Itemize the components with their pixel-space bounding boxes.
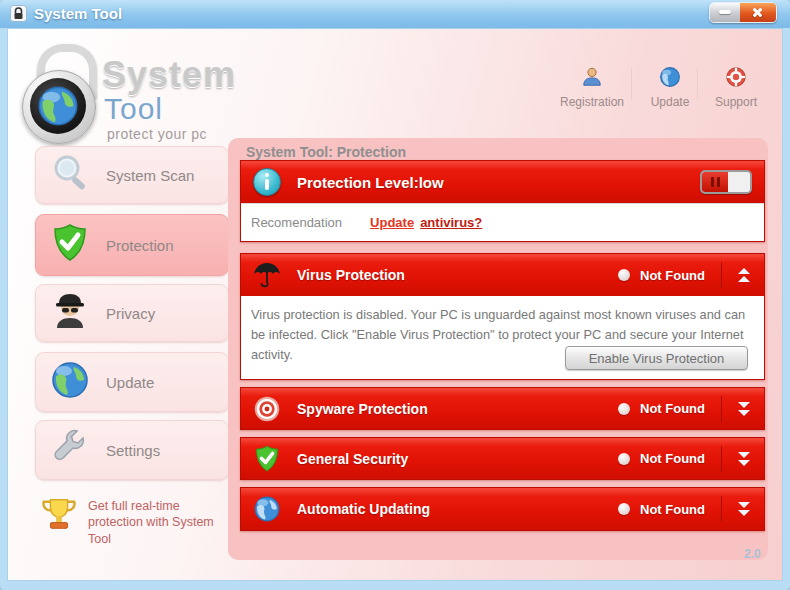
chevron-down-icon[interactable] (736, 400, 752, 418)
sidebar-item-label: System Scan (106, 167, 194, 184)
protection-level-header: Protection Level:low (241, 161, 764, 203)
section-virus-protection: Virus Protection Not Found Virus protect… (240, 253, 765, 380)
info-icon (253, 168, 281, 196)
nav-label: Support (715, 95, 757, 109)
status-dot-icon (618, 269, 630, 281)
page-title: System Tool: Protection (246, 144, 406, 160)
status-badge: Not Found (640, 502, 705, 517)
sidebar-item-privacy[interactable]: Privacy (35, 284, 229, 342)
nav-support[interactable]: Support (701, 66, 771, 109)
section-header[interactable]: Virus Protection Not Found (241, 254, 764, 296)
sidebar-item-update[interactable]: Update (35, 352, 229, 412)
globe-icon (251, 495, 283, 523)
wrench-icon (50, 428, 90, 472)
sidebar-item-protection[interactable]: Protection (35, 214, 229, 276)
nav-divider (697, 68, 698, 100)
minimize-button[interactable] (710, 3, 740, 22)
sidebar-item-label: Update (106, 374, 154, 391)
person-icon (581, 66, 603, 91)
globe-icon (50, 360, 90, 404)
section-header[interactable]: Automatic Updating Not Found (241, 488, 764, 530)
version-label: 2.0 (744, 547, 761, 561)
sidebar-item-label: Privacy (106, 305, 155, 322)
chevron-up-icon[interactable] (736, 266, 752, 284)
nav-label: Registration (560, 95, 624, 109)
brand-name-top: System (102, 54, 236, 96)
promo-text: Get full real-time protection with Syste… (88, 494, 232, 547)
globe-icon (659, 66, 681, 91)
section-title: Spyware Protection (297, 401, 428, 417)
section-general-security: General Security Not Found (240, 437, 765, 480)
status-dot-icon (618, 453, 630, 465)
recommendation-row: Recomendation Update antivirus? (241, 203, 764, 241)
window-title: System Tool (34, 5, 122, 22)
status-badge: Not Found (640, 451, 705, 466)
app-lock-icon (10, 5, 27, 26)
sidebar-item-label: Protection (106, 237, 174, 254)
nav-label: Update (651, 95, 690, 109)
section-header[interactable]: General Security Not Found (241, 438, 764, 479)
logo-globe-icon (36, 84, 80, 132)
section-spyware-protection: Spyware Protection Not Found (240, 387, 765, 430)
nav-registration[interactable]: Registration (557, 66, 627, 109)
nav-divider (631, 68, 632, 100)
umbrella-icon (251, 260, 283, 290)
status-dot-icon (618, 403, 630, 415)
sidebar-item-system-scan[interactable]: System Scan (35, 146, 229, 204)
sidebar-item-label: Settings (106, 442, 160, 459)
section-automatic-updating: Automatic Updating Not Found (240, 487, 765, 531)
trophy-icon (40, 494, 78, 547)
window-controls (709, 2, 777, 23)
enable-virus-protection-button[interactable]: Enable Virus Protection (565, 346, 748, 370)
brand-tagline: protect your pc (107, 126, 207, 142)
app-logo-lock-icon (20, 42, 106, 142)
section-title: General Security (297, 451, 408, 467)
magnifier-icon (50, 153, 90, 197)
lifering-icon (725, 66, 747, 91)
section-header[interactable]: Spyware Protection Not Found (241, 388, 764, 429)
brand-name-bottom: Tool (104, 92, 163, 126)
protection-level-block: Protection Level:low Recomendation Updat… (240, 160, 765, 242)
shield-check-icon (251, 445, 283, 473)
update-link[interactable]: Update (370, 215, 414, 230)
titlebar[interactable]: System Tool (0, 0, 790, 28)
promo-banner: Get full real-time protection with Syste… (40, 494, 232, 547)
status-dot-icon (618, 503, 630, 515)
spy-icon (50, 291, 90, 335)
status-badge: Not Found (640, 268, 705, 283)
close-button[interactable] (740, 3, 776, 22)
protection-level-label: Protection Level:low (297, 174, 444, 191)
sidebar-item-settings[interactable]: Settings (35, 420, 229, 480)
antivirus-link[interactable]: antivirus? (420, 215, 482, 230)
chevron-down-icon[interactable] (736, 450, 752, 468)
protection-toggle[interactable] (700, 170, 752, 194)
recommendation-label: Recomendation (251, 215, 342, 230)
target-icon (251, 395, 283, 423)
section-title: Virus Protection (297, 267, 405, 283)
pause-icon (702, 172, 728, 192)
app-window: System Tool System Tool protect your pc … (0, 0, 790, 590)
status-badge: Not Found (640, 401, 705, 416)
nav-update[interactable]: Update (635, 66, 705, 109)
section-title: Automatic Updating (297, 501, 430, 517)
chevron-down-icon[interactable] (736, 500, 752, 518)
shield-check-icon (50, 223, 90, 267)
section-body: Virus protection is disabled. Your PC is… (241, 296, 764, 379)
